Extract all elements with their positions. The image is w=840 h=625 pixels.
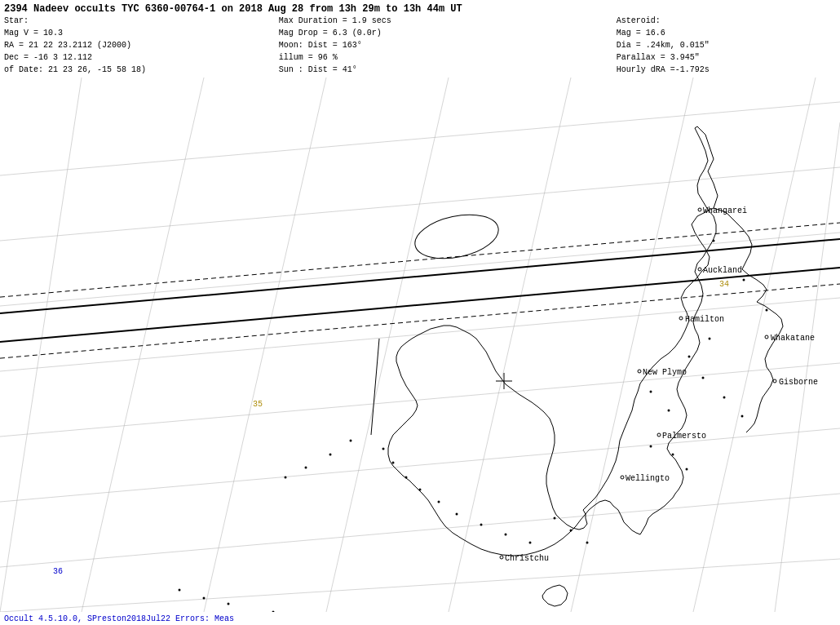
svg-text:New Plymo: New Plymo — [643, 368, 687, 377]
svg-point-61 — [586, 542, 589, 544]
svg-point-68 — [405, 477, 408, 479]
sun-dist: Sun : Dist = 41° — [279, 64, 608, 76]
asteroid-dra: Hourly dRA =-1.792s — [617, 64, 836, 76]
svg-rect-0 — [0, 78, 840, 612]
svg-point-54 — [668, 410, 670, 412]
svg-point-67 — [419, 489, 422, 491]
svg-text:Palmersto: Palmersto — [662, 432, 706, 441]
svg-point-55 — [650, 391, 652, 393]
svg-point-64 — [480, 524, 483, 526]
svg-text:Wellingto: Wellingto — [626, 474, 670, 483]
star-ra: RA = 21 22 23.2112 (J2000) — [4, 39, 279, 51]
footer: Occult 4.5.10.0, SPreston2018Jul22 Error… — [4, 614, 234, 623]
svg-point-51 — [702, 377, 705, 379]
svg-point-59 — [570, 530, 573, 532]
svg-point-79 — [285, 477, 287, 479]
svg-point-70 — [382, 448, 385, 450]
svg-text:36: 36 — [53, 567, 63, 576]
svg-point-69 — [392, 462, 395, 464]
max-duration: Max Duration = 1.9 secs — [279, 15, 608, 27]
mag-drop: Mag Drop = 6.3 (0.0r) — [279, 27, 608, 39]
svg-point-53 — [741, 415, 744, 418]
svg-point-66 — [438, 501, 440, 503]
svg-point-65 — [456, 513, 458, 516]
svg-point-47 — [743, 279, 745, 281]
svg-text:Whakatane: Whakatane — [771, 334, 815, 343]
svg-point-56 — [672, 454, 674, 456]
moon-illum: illum = 96 % — [279, 51, 608, 64]
svg-point-60 — [554, 517, 556, 520]
svg-point-80 — [305, 467, 307, 469]
svg-text:Christchu: Christchu — [505, 554, 549, 563]
svg-text:Hamilton: Hamilton — [685, 315, 724, 324]
svg-text:Auckland: Auckland — [703, 266, 742, 275]
asteroid-parallax: Parallax = 3.945" — [617, 51, 836, 64]
svg-point-50 — [688, 356, 691, 358]
svg-text:Gisborne: Gisborne — [779, 378, 818, 387]
asteroid-mag: Mag = 16.6 — [617, 27, 836, 39]
svg-point-82 — [350, 440, 352, 442]
svg-point-63 — [505, 534, 507, 536]
svg-point-48 — [766, 309, 768, 312]
svg-point-49 — [709, 338, 711, 340]
svg-text:35: 35 — [253, 400, 263, 409]
map-svg: Whangarei Auckland 34 Hamilton Whakatane… — [0, 78, 840, 612]
footer-text: Occult 4.5.10.0, SPreston2018Jul22 Error… — [4, 614, 234, 623]
asteroid-dia: Dia = .24km, 0.015" — [617, 39, 836, 51]
svg-point-58 — [650, 445, 652, 448]
svg-text:Whangarei: Whangarei — [703, 206, 747, 215]
svg-point-46 — [713, 240, 715, 242]
svg-text:34: 34 — [719, 280, 729, 289]
svg-point-78 — [179, 589, 181, 592]
svg-point-81 — [329, 454, 332, 456]
star-dec: Dec = -16 3 12.112 — [4, 51, 279, 64]
star-label: Star: — [4, 15, 279, 27]
svg-point-62 — [529, 542, 532, 544]
svg-point-52 — [723, 397, 726, 399]
svg-point-57 — [686, 468, 688, 471]
asteroid-label: Asteroid: — [617, 15, 836, 27]
map-area: Whangarei Auckland 34 Hamilton Whakatane… — [0, 78, 840, 612]
svg-point-76 — [228, 603, 230, 605]
star-of-date: of Date: 21 23 26, -15 58 18) — [4, 64, 279, 76]
star-mag: Mag V = 10.3 — [4, 27, 279, 39]
svg-point-77 — [203, 597, 206, 600]
moon-dist: Moon: Dist = 163° — [279, 39, 608, 51]
